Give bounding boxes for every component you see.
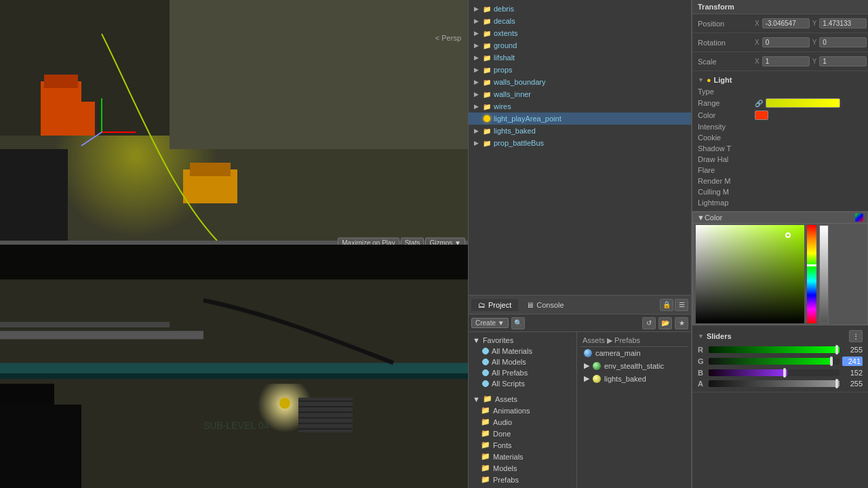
color-swatch[interactable] <box>755 110 768 120</box>
color-hue-bar[interactable] <box>807 225 816 323</box>
position-x-field[interactable] <box>762 18 810 28</box>
folder-label-materials: Materials <box>493 453 524 461</box>
folder-models[interactable]: 📁 Models <box>469 462 576 474</box>
asset-label-camera: camera_main <box>595 349 641 357</box>
position-y-field[interactable] <box>819 18 867 28</box>
slider-b-handle[interactable] <box>783 368 786 378</box>
scale-y-field[interactable] <box>819 56 867 66</box>
hier-item-ground[interactable]: ▶ 📁 ground <box>469 39 691 52</box>
slider-a-row: A 255 <box>698 378 863 389</box>
slider-r-row: R 255 <box>698 344 863 355</box>
console-icon: 🖥 <box>526 301 534 309</box>
hier-label-light-playarea: light_playArea_point <box>494 115 561 123</box>
position-y-label: Y <box>812 20 817 27</box>
hier-item-light-playarea[interactable]: light_playArea_point <box>469 113 691 125</box>
hier-item-decals[interactable]: ▶ 📁 decals <box>469 15 691 27</box>
rotation-y-field[interactable] <box>819 37 867 47</box>
folder-icon-battlebus: 📁 <box>482 138 492 148</box>
project-tab[interactable]: 🗂 Project <box>471 299 518 311</box>
slider-a-fill <box>709 380 840 387</box>
hier-label-walls-boundary: walls_boundary <box>494 78 545 86</box>
console-tab[interactable]: 🖥 Console <box>519 299 570 311</box>
slider-b-fill <box>709 369 787 376</box>
lock-icon-btn[interactable]: 🔒 <box>660 299 673 311</box>
hier-item-oxtents[interactable]: ▶ 📁 oxtents <box>469 27 691 39</box>
hier-item-walls-boundary[interactable]: ▶ 📁 walls_boundary <box>469 76 691 88</box>
folder-label-animations: Animations <box>493 407 530 415</box>
slider-r-track[interactable] <box>709 346 840 353</box>
search-icon[interactable]: 🔍 <box>511 317 525 329</box>
create-button[interactable]: Create ▼ <box>471 318 509 328</box>
favorites-header: ▼ Favorites <box>469 335 576 346</box>
viewport-bottom[interactable] <box>0 245 468 488</box>
folder-audio[interactable]: 📁 Audio <box>469 416 576 428</box>
sliders-options-btn[interactable]: ⋮ <box>849 330 863 342</box>
asset-env-stealth[interactable]: ▶ env_stealth_static <box>580 359 688 372</box>
folder-done[interactable]: 📁 Done <box>469 428 576 439</box>
rotation-x-label: X <box>755 39 760 46</box>
folder-icon-props: 📁 <box>482 65 492 75</box>
fav-all-materials[interactable]: All Materials <box>469 346 576 357</box>
hier-label-decals: decals <box>494 17 515 25</box>
folder-fonts[interactable]: 📁 Fonts <box>469 439 576 451</box>
fav-all-prefabs[interactable]: All Prefabs <box>469 367 576 378</box>
slider-b-row: B 152 <box>698 367 863 378</box>
color-alpha-bar[interactable] <box>819 225 829 323</box>
slider-g-handle[interactable] <box>830 357 833 366</box>
range-row: Range 🔗 <box>698 97 863 109</box>
bottom-viewport-canvas[interactable] <box>0 245 468 488</box>
asset-lights-baked[interactable]: ▶ lights_baked <box>580 372 688 385</box>
hier-item-lights-baked[interactable]: ▶ 📁 lights_baked <box>469 125 691 137</box>
hier-item-walls-inner[interactable]: ▶ 📁 walls_inner <box>469 88 691 100</box>
folder-icon-debris: 📁 <box>482 4 492 14</box>
folder-icon-lights-baked: 📁 <box>482 126 492 136</box>
hier-item-props[interactable]: ▶ 📁 props <box>469 64 691 76</box>
slider-r-handle[interactable] <box>835 345 838 354</box>
folder-prefabs[interactable]: 📁 Prefabs <box>469 474 576 485</box>
top-viewport-canvas[interactable] <box>0 0 468 241</box>
hier-item-debris[interactable]: ▶ 📁 debris <box>469 3 691 15</box>
cookie-label: Cookie <box>698 134 752 142</box>
fav-label-prefabs: All Prefabs <box>492 369 528 377</box>
hier-label-props: props <box>494 66 513 74</box>
fav-all-scripts[interactable]: All Scripts <box>469 378 576 389</box>
color-gradient-cursor <box>785 232 791 238</box>
fav-label-models: All Models <box>492 358 526 366</box>
folder-materials[interactable]: 📁 Materials <box>469 451 576 462</box>
asset-expand-arrow2: ▶ <box>584 374 589 383</box>
asset-camera-main[interactable]: camera_main <box>580 347 688 359</box>
viewport-top[interactable]: < Persp <box>0 0 468 241</box>
color-hue-cursor <box>807 264 816 266</box>
hier-item-wires[interactable]: ▶ 📁 wires <box>469 100 691 113</box>
scale-label: Scale <box>698 58 752 66</box>
sliders-label: Sliders <box>707 332 732 340</box>
hierarchy-items: ▶ 📁 debris ▶ 📁 decals ▶ 📁 oxtents ▶ 📁 <box>469 0 691 152</box>
star-icon[interactable]: ★ <box>675 317 688 329</box>
expand-arrow-oxtents: ▶ <box>474 30 482 37</box>
slider-a-track[interactable] <box>709 380 840 387</box>
slider-a-handle[interactable] <box>835 379 838 388</box>
hier-label-walls-inner: walls_inner <box>494 90 531 98</box>
folder-animations[interactable]: 📁 Animations <box>469 405 576 416</box>
slider-g-track[interactable] <box>709 358 840 365</box>
more-options-btn[interactable]: ☰ <box>675 299 688 311</box>
color-wheel-area <box>693 224 867 325</box>
scale-y-label: Y <box>812 58 817 65</box>
expand-arrow-ground: ▶ <box>474 42 482 49</box>
hier-item-lifshalt[interactable]: ▶ 📁 lifshalt <box>469 52 691 64</box>
slider-b-track[interactable] <box>709 369 840 376</box>
color-gradient-picker[interactable] <box>696 225 804 323</box>
folder-label-models: Models <box>493 464 517 472</box>
rotation-x-field[interactable] <box>762 37 810 47</box>
hier-label-oxtents: oxtents <box>494 29 517 37</box>
hier-item-prop-battlebus[interactable]: ▶ 📁 prop_battleBus <box>469 137 691 149</box>
refresh-icon[interactable]: ↺ <box>642 317 656 329</box>
scale-x-label: X <box>755 58 760 65</box>
folder-icon[interactable]: 📂 <box>658 317 672 329</box>
flare-label: Flare <box>698 166 752 174</box>
folder-label-audio: Audio <box>493 418 512 426</box>
fav-icon-materials <box>482 348 489 354</box>
fav-all-models[interactable]: All Models <box>469 357 576 367</box>
light-expand-arrow: ▼ <box>698 77 704 83</box>
scale-x-field[interactable] <box>762 56 810 66</box>
